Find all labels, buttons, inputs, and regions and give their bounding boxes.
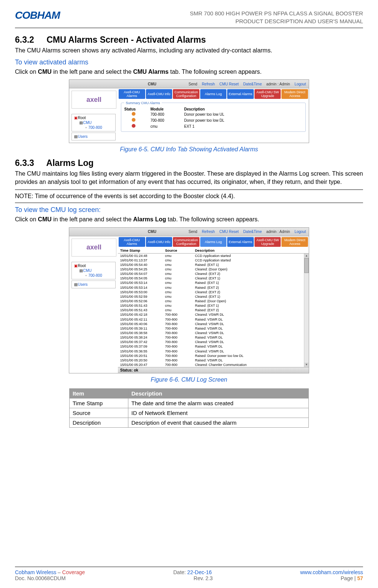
- topbar-refresh[interactable]: Refresh: [202, 82, 215, 86]
- scroll-down-icon[interactable]: ▼: [304, 363, 309, 367]
- topbar-refresh[interactable]: Refresh: [202, 230, 215, 234]
- log-row: 15/01/00 05:52:59cmuCleared: (EXT 1): [120, 294, 307, 299]
- log-desc: Raised: (EXT 2): [195, 285, 307, 290]
- log-row: 15/01/00 05:54:05cmuCleared: (EXT 1): [120, 276, 307, 281]
- log-ts: 15/01/00 05:53:14: [120, 285, 165, 290]
- log-src: 700-800: [165, 363, 195, 367]
- log-ts: 15/01/00 05:40:06: [120, 322, 165, 326]
- tab-comm-config[interactable]: Communication Configuration: [173, 237, 199, 247]
- log-ts: 16/01/00 01:13:37: [120, 258, 165, 263]
- log-row: 15/01/00 05:53:14cmuRaised: (EXT 2): [120, 285, 307, 290]
- tab-cmu-info[interactable]: Axell-CMU Info: [146, 237, 173, 247]
- log-row: 15/01/00 05:20:50700-800Raised: VSWR DL: [120, 358, 307, 363]
- log-ts: 15/01/00 05:20:51: [120, 354, 165, 358]
- footer-date-label: Date:: [173, 569, 187, 575]
- log-desc: Cleared: VSWR DL: [195, 340, 307, 344]
- log-row: 15/01/00 05:51:43cmuRaised: (EXT 2): [120, 308, 307, 312]
- col-status: Status: [124, 107, 150, 111]
- log-desc: CCD Application started: [195, 258, 307, 263]
- log-desc: Cleared: (EXT 2): [195, 290, 307, 294]
- col-module: Module: [150, 107, 184, 111]
- log-src: cmu: [165, 272, 195, 276]
- section-para: The CMU maintains log files listing ever…: [15, 170, 363, 186]
- nav-tree[interactable]: ▣Root ▤CMU ▫700-800: [71, 114, 116, 131]
- log-row: 15/01/00 05:37:09700-800Raised: VSWR DL: [120, 344, 307, 349]
- log-row: 15/01/00 05:37:42700-800Cleared: VSWR DL: [120, 340, 307, 344]
- log-src: cmu: [165, 267, 195, 272]
- log-desc: Cleared: Channler Communication: [195, 363, 307, 367]
- tab-cmu-alarms[interactable]: Axell-CMU Alarms: [119, 237, 145, 247]
- tree-root[interactable]: Root: [78, 116, 86, 120]
- tab-modem[interactable]: Modem Direct Access: [281, 89, 308, 99]
- topbar-datetime[interactable]: Date&Time: [243, 82, 262, 86]
- section-intro: The CMU Alarms screen shows any activate…: [15, 46, 363, 55]
- log-src: 700-800: [165, 349, 195, 354]
- log-desc: Raised: (EXT 2): [195, 308, 307, 312]
- tab-alarms-log-active[interactable]: Alarms Log: [200, 237, 227, 247]
- tab-cmu-info[interactable]: Axell-CMU Info: [146, 89, 173, 99]
- panel-legend: Summary CMU Alarms: [124, 101, 162, 105]
- log-src: cmu: [165, 294, 195, 299]
- tab-modem[interactable]: Modem Direct Access: [281, 237, 308, 247]
- nav-tree[interactable]: ▣Root ▤CMU ▫700-800: [71, 262, 116, 279]
- topbar-send[interactable]: Send: [189, 230, 197, 234]
- tree-users[interactable]: Users: [78, 282, 88, 287]
- log-src: cmu: [165, 299, 195, 303]
- log-desc: Cleared: VSWR DL: [195, 312, 307, 317]
- alarms-panel: Summary CMU Alarms Status Module Descrip…: [121, 103, 306, 132]
- status-dot-icon: [132, 112, 135, 116]
- topbar-logout[interactable]: Logout: [295, 230, 306, 234]
- log-row: 15/01/00 05:36:55700-800Cleared: VSWR DL: [120, 349, 307, 354]
- log-desc: Cleared: VSWR DL: [195, 322, 307, 326]
- table-row: Time StampThe date and time the alarm wa…: [70, 398, 309, 408]
- scroll-thumb[interactable]: [304, 258, 309, 273]
- tab-external-alarms[interactable]: External Alarms: [227, 237, 254, 247]
- log-ts: 15/01/00 05:54:05: [120, 276, 165, 281]
- tab-external-alarms[interactable]: External Alarms: [227, 89, 254, 99]
- tab-sw-upgrade[interactable]: Axell-CMU SW Upgrade: [254, 89, 281, 99]
- alarm-desc: Donor power too low DL: [184, 118, 302, 122]
- log-ts: 15/01/00 05:52:06: [120, 299, 165, 303]
- log-desc: Raised: VSWR DL: [195, 326, 307, 331]
- log-src: 700-800: [165, 312, 195, 317]
- footer-coverage: Coverage: [62, 569, 85, 575]
- topbar-title: CMU: [69, 230, 186, 234]
- log-src: 700-800: [165, 326, 195, 331]
- log-row: 16/01/00 01:24:48cmuCCD Application star…: [120, 254, 307, 258]
- figure-6-5-screenshot: CMU Send Refresh CMU Reset Date&Time adm…: [69, 79, 309, 143]
- tab-alarms-log[interactable]: Alarms Log: [200, 89, 227, 99]
- log-desc: Cleared: VSWR DL: [195, 331, 307, 335]
- tree-band[interactable]: 700-800: [88, 273, 102, 278]
- alarm-row: cmuEXT 1: [124, 123, 302, 129]
- footer-url: www.cobham.com/wireless: [300, 569, 363, 575]
- tree-cmu[interactable]: CMU: [83, 121, 92, 125]
- tab-sw-upgrade[interactable]: Axell-CMU SW Upgrade: [254, 237, 281, 247]
- topbar-send[interactable]: Send: [189, 82, 197, 86]
- topbar-logout[interactable]: Logout: [295, 82, 306, 86]
- log-src: 700-800: [165, 335, 195, 340]
- log-src: 700-800: [165, 354, 195, 358]
- axell-logo: axell: [71, 91, 116, 109]
- scroll-up-icon[interactable]: ▲: [304, 254, 309, 258]
- log-src: cmu: [165, 303, 195, 308]
- log-src: 700-800: [165, 317, 195, 322]
- footer-docno: Doc. No.00068CDUM: [15, 575, 65, 581]
- tree-band[interactable]: 700-800: [88, 125, 102, 130]
- tab-comm-config[interactable]: Communication Configuration: [173, 89, 199, 99]
- tab-cmu-alarms[interactable]: Axell-CMU Alarms: [119, 89, 145, 99]
- log-desc: Raised: (EXT 1): [195, 281, 307, 285]
- cell-desc: The date and time the alarm was created: [128, 398, 309, 408]
- tree-cmu[interactable]: CMU: [83, 269, 92, 273]
- log-ts: 15/01/00 05:20:50: [120, 358, 165, 363]
- tree-users[interactable]: Users: [78, 134, 88, 139]
- topbar-cmu-reset[interactable]: CMU Reset: [219, 82, 239, 86]
- tree-band-icon: ▫: [84, 125, 88, 130]
- log-scrollbar[interactable]: ▲ ▼: [304, 254, 309, 367]
- log-src: 700-800: [165, 358, 195, 363]
- tree-root[interactable]: Root: [78, 264, 86, 268]
- log-src: 700-800: [165, 340, 195, 344]
- log-row: 15/01/00 05:53:14cmuRaised: (EXT 1): [120, 281, 307, 285]
- topbar-datetime[interactable]: Date&Time: [243, 230, 262, 234]
- topbar-title: CMU: [69, 82, 186, 86]
- topbar-cmu-reset[interactable]: CMU Reset: [219, 230, 239, 234]
